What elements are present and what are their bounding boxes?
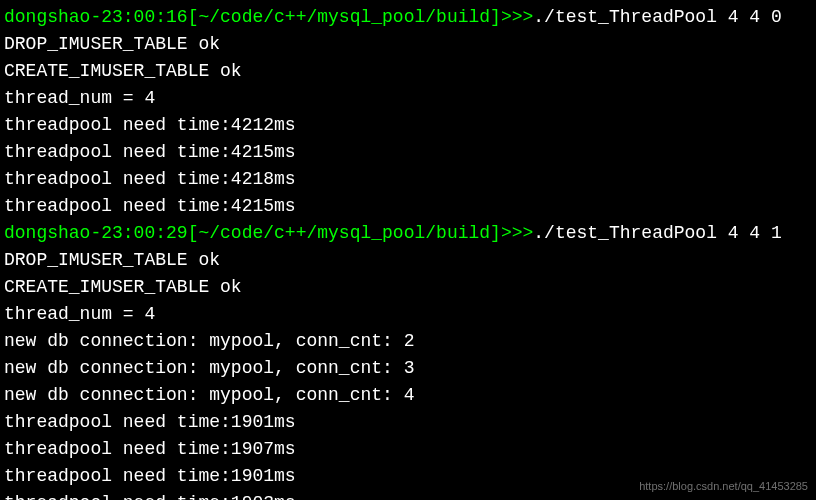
output-text: threadpool need time:1901ms (4, 466, 296, 486)
output-text: DROP_IMUSER_TABLE ok (4, 34, 220, 54)
terminal-line: thread_num = 4 (4, 301, 812, 328)
terminal-line: new db connection: mypool, conn_cnt: 3 (4, 355, 812, 382)
output-text: thread_num = 4 (4, 304, 155, 324)
terminal-line: thread_num = 4 (4, 85, 812, 112)
output-text: new db connection: mypool, conn_cnt: 4 (4, 385, 414, 405)
terminal-line: DROP_IMUSER_TABLE ok (4, 247, 812, 274)
terminal-line: threadpool need time:1901ms (4, 409, 812, 436)
terminal-line: new db connection: mypool, conn_cnt: 2 (4, 328, 812, 355)
output-text: threadpool need time:4218ms (4, 169, 296, 189)
prompt-user: dongshao-23:00:16 (4, 7, 188, 27)
terminal-line: threadpool need time:4215ms (4, 139, 812, 166)
terminal-line: CREATE_IMUSER_TABLE ok (4, 58, 812, 85)
terminal-line: threadpool need time:1907ms (4, 436, 812, 463)
output-text: CREATE_IMUSER_TABLE ok (4, 277, 242, 297)
prompt-arrows: >>> (501, 7, 533, 27)
command-text: ./test_ThreadPool 4 4 0 (533, 7, 781, 27)
prompt-user: dongshao-23:00:29 (4, 223, 188, 243)
output-text: new db connection: mypool, conn_cnt: 2 (4, 331, 414, 351)
terminal-output: dongshao-23:00:16[~/code/c++/mysql_pool/… (4, 4, 812, 500)
command-text: ./test_ThreadPool 4 4 1 (533, 223, 781, 243)
prompt-path: [~/code/c++/mysql_pool/build] (188, 7, 501, 27)
output-text: threadpool need time:1901ms (4, 412, 296, 432)
watermark-text: https://blog.csdn.net/qq_41453285 (639, 478, 808, 495)
terminal-line: CREATE_IMUSER_TABLE ok (4, 274, 812, 301)
prompt-path: [~/code/c++/mysql_pool/build] (188, 223, 501, 243)
output-text: CREATE_IMUSER_TABLE ok (4, 61, 242, 81)
terminal-line: DROP_IMUSER_TABLE ok (4, 31, 812, 58)
terminal-line: threadpool need time:4215ms (4, 193, 812, 220)
terminal-line: threadpool need time:4212ms (4, 112, 812, 139)
output-text: thread_num = 4 (4, 88, 155, 108)
output-text: threadpool need time:4212ms (4, 115, 296, 135)
output-text: new db connection: mypool, conn_cnt: 3 (4, 358, 414, 378)
prompt-arrows: >>> (501, 223, 533, 243)
output-text: threadpool need time:4215ms (4, 142, 296, 162)
output-text: threadpool need time:1907ms (4, 439, 296, 459)
output-text: threadpool need time:1903ms (4, 493, 296, 500)
terminal-line: dongshao-23:00:16[~/code/c++/mysql_pool/… (4, 4, 812, 31)
output-text: threadpool need time:4215ms (4, 196, 296, 216)
output-text: DROP_IMUSER_TABLE ok (4, 250, 220, 270)
terminal-line: new db connection: mypool, conn_cnt: 4 (4, 382, 812, 409)
terminal-line: threadpool need time:4218ms (4, 166, 812, 193)
terminal-line: dongshao-23:00:29[~/code/c++/mysql_pool/… (4, 220, 812, 247)
